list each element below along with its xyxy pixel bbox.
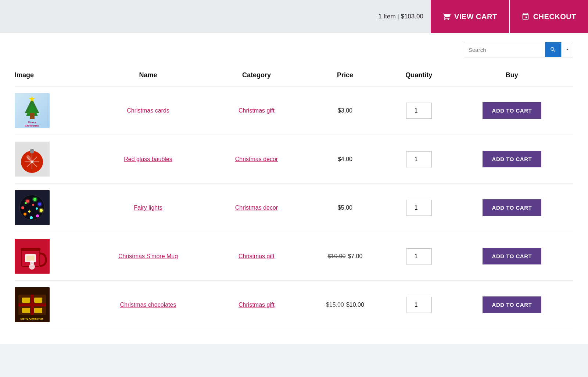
product-name-link[interactable]: Christmas cards [127,107,169,114]
checkout-label: CHECKOUT [533,13,576,21]
table-row: Fairy lightsChristmas decor$5.00ADD TO C… [15,184,573,232]
product-category-cell: Christmas decor [210,184,303,232]
product-price-cell: $3.00 [303,86,387,135]
product-price: $3.00 [338,107,352,114]
search-button[interactable] [545,42,561,57]
product-name-link[interactable]: Christmas chocolates [120,302,176,308]
svg-rect-40 [21,248,40,251]
svg-point-33 [39,208,44,213]
product-original-price: $10.00 [327,253,345,259]
product-buy-cell: ADD TO CART [451,281,573,329]
product-category-link[interactable]: Christmas decor [235,204,278,211]
product-quantity-cell [387,135,451,184]
product-category-cell: Christmas gift [210,281,303,329]
add-to-cart-button[interactable]: ADD TO CART [483,151,542,167]
col-category: Category [210,65,303,86]
svg-rect-9 [30,149,34,153]
product-price: $4.00 [338,156,352,162]
svg-point-22 [36,214,39,217]
chevron-down-icon [565,47,570,52]
quantity-input[interactable] [406,151,432,167]
product-quantity-cell [387,86,451,135]
product-name-cell: Christmas S'more Mug [86,232,210,281]
product-image [15,239,50,274]
product-name-cell: Red glass baubles [86,135,210,184]
svg-rect-47 [22,308,30,313]
product-image-cell [15,232,86,281]
main-content: Image Name Category Price Quantity Buy [0,65,588,344]
col-quantity: Quantity [387,65,451,86]
quantity-input[interactable] [406,297,432,313]
product-buy-cell: ADD TO CART [451,135,573,184]
svg-text:Merry Christmas: Merry Christmas [20,317,44,320]
table-row: Red glass baublesChristmas decor$4.00ADD… [15,135,573,184]
product-category-link[interactable]: Christmas gift [239,107,275,114]
header: 1 Item | $103.00 VIEW CART CHECKOUT [0,0,588,33]
product-name-link[interactable]: Red glass baubles [124,156,172,162]
search-input[interactable] [464,42,545,57]
product-price-cell: $10.00$7.00 [303,232,387,281]
svg-point-27 [32,204,34,206]
view-cart-label: VIEW CART [454,13,497,21]
search-dropdown-button[interactable] [561,42,573,57]
product-image-cell: Merry Christmas [15,86,86,135]
svg-text:Merry: Merry [28,121,36,124]
product-category-link[interactable]: Christmas decor [235,156,278,162]
product-quantity-cell [387,232,451,281]
quantity-input[interactable] [406,200,432,216]
col-buy: Buy [451,65,573,86]
table-header-row: Image Name Category Price Quantity Buy [15,65,573,86]
svg-rect-3 [30,113,35,119]
svg-point-28 [36,207,38,210]
svg-point-31 [32,197,37,202]
svg-rect-48 [34,308,42,313]
svg-point-39 [30,260,34,265]
table-row: Merry Christmas Christmas chocolatesChri… [15,281,573,329]
checkout-icon [521,13,530,21]
view-cart-button[interactable]: VIEW CART [431,0,509,33]
product-original-price: $15.00 [326,302,344,308]
add-to-cart-button[interactable]: ADD TO CART [483,296,542,313]
product-name-link[interactable]: Fairy lights [134,204,162,211]
product-image-cell [15,184,86,232]
product-image-cell [15,135,86,184]
product-name-link[interactable]: Christmas S'more Mug [118,253,178,259]
product-price-cell: $15.00$10.00 [303,281,387,329]
checkout-button[interactable]: CHECKOUT [509,0,588,33]
product-image [15,142,50,177]
quantity-input[interactable] [406,248,432,264]
product-sale-price: $7.00 [348,253,362,259]
product-buy-cell: ADD TO CART [451,184,573,232]
svg-text:Christmas: Christmas [25,124,39,127]
table-row: Merry Christmas Christmas cardsChristmas… [15,86,573,135]
product-name-cell: Christmas chocolates [86,281,210,329]
product-image: Merry Christmas [15,287,50,322]
product-buy-cell: ADD TO CART [451,232,573,281]
product-category-link[interactable]: Christmas gift [239,253,275,259]
col-image: Image [15,65,86,86]
search-icon [550,46,556,53]
product-table: Image Name Category Price Quantity Buy [15,65,573,329]
add-to-cart-button[interactable]: ADD TO CART [483,102,542,119]
quantity-input[interactable] [406,103,432,119]
cart-icon [442,13,451,21]
svg-point-24 [24,213,26,216]
svg-point-25 [21,206,24,209]
search-bar-row [0,33,588,65]
product-category-cell: Christmas decor [210,135,303,184]
add-to-cart-button[interactable]: ADD TO CART [483,248,542,264]
product-name-cell: Fairy lights [86,184,210,232]
product-quantity-cell [387,281,451,329]
product-price: $5.00 [338,204,352,211]
product-name-cell: Christmas cards [86,86,210,135]
product-price-cell: $5.00 [303,184,387,232]
svg-rect-44 [31,295,34,315]
svg-point-23 [30,216,33,219]
svg-rect-46 [34,298,42,303]
svg-point-14 [31,160,33,163]
product-sale-price: $10.00 [346,302,364,308]
product-category-link[interactable]: Christmas gift [239,302,275,308]
product-category-cell: Christmas gift [210,232,303,281]
svg-rect-45 [22,298,30,303]
add-to-cart-button[interactable]: ADD TO CART [483,199,542,216]
